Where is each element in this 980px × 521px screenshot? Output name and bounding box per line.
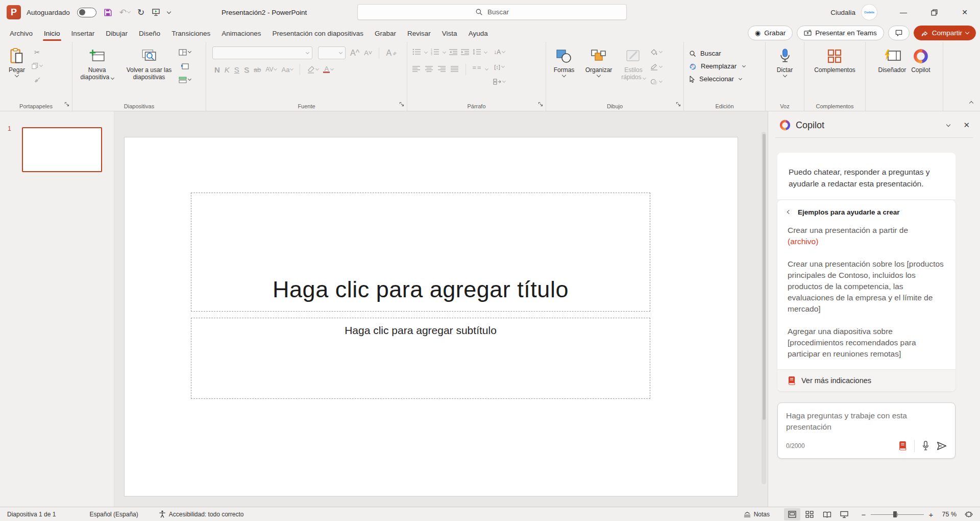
font-color-icon[interactable]: A <box>323 66 333 74</box>
change-case-icon[interactable]: Aa <box>281 66 293 74</box>
shape-outline-icon[interactable] <box>650 62 662 72</box>
fit-slide-button[interactable] <box>961 508 977 520</box>
microphone-icon[interactable] <box>922 441 929 451</box>
section-dropdown-chevron-icon[interactable] <box>188 77 191 81</box>
italic-icon[interactable]: K <box>225 65 230 74</box>
customize-toolbar-chevron-icon[interactable] <box>167 12 170 13</box>
zoom-in-button[interactable]: + <box>928 510 934 519</box>
normal-view-button[interactable] <box>784 508 800 520</box>
view-more-prompts-button[interactable]: Ver más indicaciones <box>777 369 955 391</box>
copilot-collapse-chevron-icon[interactable] <box>946 122 950 126</box>
select-button[interactable]: Seleccionar <box>686 73 763 85</box>
present-in-teams-button[interactable]: Presentar en Teams <box>797 26 884 40</box>
copilot-suggestion-1[interactable]: Crear una presentación a partir de (arch… <box>777 218 955 252</box>
reset-slide-icon[interactable] <box>179 61 191 71</box>
reuse-slides-button[interactable]: Volver a usar las diapositivas <box>120 45 178 101</box>
collapse-ribbon-chevron-icon[interactable] <box>970 98 973 107</box>
share-button[interactable]: Compartir <box>914 26 976 40</box>
copy-icon[interactable] <box>32 61 42 71</box>
bullet-dropdown-chevron-icon[interactable] <box>424 50 428 54</box>
dibujo-dialog-launcher-icon[interactable] <box>676 100 681 109</box>
paste-button[interactable]: Pegar <box>2 45 32 101</box>
minimize-button[interactable]: — <box>888 0 919 25</box>
numbering-dropdown-chevron-icon[interactable] <box>443 50 446 54</box>
copilot-input-card[interactable]: Haga preguntas y trabaje con esta presen… <box>777 402 955 459</box>
tab-animaciones[interactable]: Animaciones <box>216 25 266 42</box>
reading-view-button[interactable] <box>819 508 835 520</box>
justify-icon[interactable] <box>451 65 459 74</box>
bullet-list-icon[interactable] <box>412 48 421 57</box>
tab-dibujar[interactable]: Dibujar <box>100 25 133 42</box>
canvas-scrollbar-thumb[interactable] <box>763 134 766 420</box>
align-left-icon[interactable] <box>412 65 421 74</box>
start-presentation-icon[interactable] <box>152 8 160 16</box>
align-center-icon[interactable] <box>425 65 433 74</box>
shape-fill-icon[interactable] <box>650 47 662 57</box>
cut-icon[interactable]: ✂ <box>32 47 42 57</box>
underline-icon[interactable]: S <box>234 65 239 74</box>
replace-dropdown-chevron-icon[interactable] <box>742 63 746 67</box>
prompt-book-icon[interactable] <box>898 441 907 451</box>
tab-grabar[interactable]: Grabar <box>369 25 402 42</box>
zoom-slider[interactable] <box>871 511 924 518</box>
shapes-dropdown-chevron-icon[interactable] <box>562 73 566 77</box>
fuente-dialog-launcher-icon[interactable] <box>399 100 404 109</box>
language-status[interactable]: Español (España) <box>82 507 145 521</box>
tab-insertar[interactable]: Insertar <box>66 25 101 42</box>
record-button[interactable]: ◉ Grabar <box>748 26 793 40</box>
slide-layout-icon[interactable] <box>179 47 191 57</box>
slide-info[interactable]: Diapositiva 1 de 1 <box>0 507 63 521</box>
bold-icon[interactable]: N <box>214 65 220 74</box>
slide-thumbnail[interactable] <box>22 127 102 172</box>
character-spacing-icon[interactable]: AV <box>265 66 277 73</box>
tab-revisar[interactable]: Revisar <box>402 25 436 42</box>
decrease-indent-icon[interactable] <box>449 48 457 57</box>
zoom-level[interactable]: 75 % <box>938 511 957 518</box>
send-icon[interactable] <box>937 441 947 451</box>
copilot-button[interactable]: Copilot <box>909 45 932 101</box>
copilot-input-placeholder[interactable]: Haga preguntas y trabaje con esta presen… <box>786 410 934 435</box>
copy-dropdown-chevron-icon[interactable] <box>39 63 43 67</box>
line-spacing-dropdown-chevron-icon[interactable] <box>484 50 487 54</box>
line-spacing-icon[interactable] <box>473 48 481 57</box>
paste-dropdown-chevron-icon[interactable] <box>15 73 19 77</box>
share-dropdown-chevron-icon[interactable] <box>965 30 969 34</box>
highlight-color-icon[interactable] <box>307 66 318 74</box>
tab-diseno[interactable]: Diseño <box>133 25 166 42</box>
decrease-font-icon[interactable]: A˅ <box>364 49 372 57</box>
title-placeholder[interactable]: Haga clic para agregar título <box>191 193 650 312</box>
text-shadow-icon[interactable]: S <box>244 65 249 74</box>
user-name[interactable]: Ciudalia <box>830 9 855 16</box>
slide-sorter-view-button[interactable] <box>801 508 818 520</box>
search-input[interactable]: Buscar <box>357 4 627 20</box>
shape-effects-icon[interactable] <box>650 77 662 87</box>
find-button[interactable]: Buscar <box>686 47 763 60</box>
canvas-scrollbar[interactable] <box>762 132 766 484</box>
tab-vista[interactable]: Vista <box>436 25 463 42</box>
slide[interactable]: Haga clic para agregar título Haga clic … <box>125 137 738 496</box>
restore-button[interactable] <box>919 0 949 25</box>
autosave-toggle[interactable] <box>77 8 96 17</box>
user-avatar[interactable]: Ciudalia <box>862 5 877 20</box>
designer-button[interactable]: Diseñador <box>876 45 908 101</box>
zoom-slider-thumb[interactable] <box>893 511 897 517</box>
increase-indent-icon[interactable] <box>461 48 469 57</box>
tab-presentacion[interactable]: Presentación con diapositivas <box>266 25 369 42</box>
tab-inicio[interactable]: Inicio <box>38 25 66 42</box>
columns-icon[interactable] <box>473 65 481 74</box>
portapapeles-dialog-launcher-icon[interactable] <box>64 100 69 109</box>
copilot-close-icon[interactable]: ✕ <box>963 121 970 130</box>
slideshow-view-button[interactable] <box>836 508 852 520</box>
section-icon[interactable] <box>179 75 191 85</box>
subtitle-placeholder[interactable]: Haga clic para agregar subtítulo <box>191 318 650 399</box>
dictate-dropdown-chevron-icon[interactable] <box>782 73 787 77</box>
tab-archivo[interactable]: Archivo <box>4 25 38 42</box>
close-button[interactable]: ✕ <box>949 0 980 25</box>
new-slide-dropdown-chevron-icon[interactable] <box>110 76 114 80</box>
clear-formatting-icon[interactable]: A <box>386 49 397 58</box>
font-name-select[interactable] <box>212 46 312 59</box>
text-direction-icon[interactable]: ↓A <box>493 47 505 57</box>
align-text-icon[interactable]: [↕] <box>493 62 505 72</box>
columns-dropdown-chevron-icon[interactable] <box>485 67 488 70</box>
undo-button[interactable]: ↶ <box>119 7 130 18</box>
